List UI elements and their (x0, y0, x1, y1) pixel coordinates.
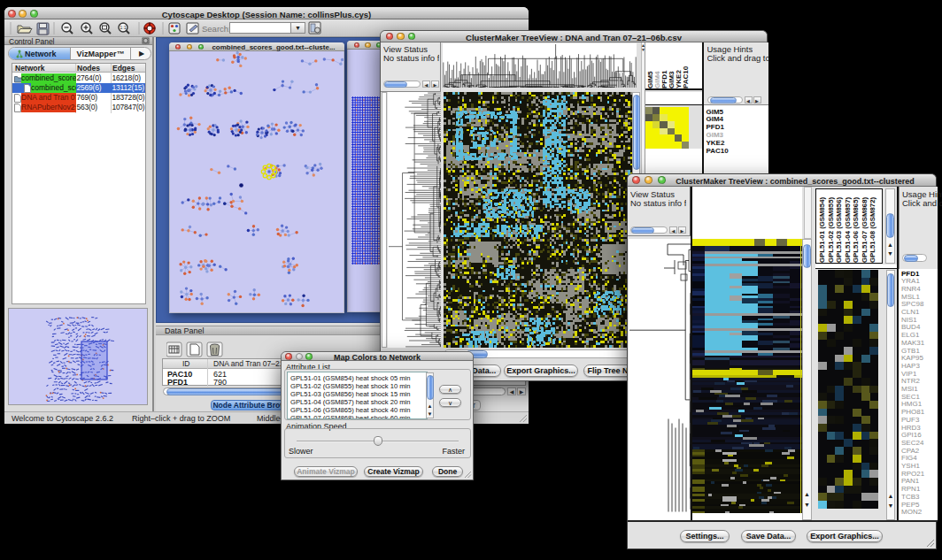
svg-text:PAC10: PAC10 (682, 65, 690, 88)
svg-text:GPL51-06 (GSM865): GPL51-06 (GSM865) (852, 196, 860, 263)
svg-text:GPL51-08 (GSM872): GPL51-08 (GSM872) (869, 196, 876, 263)
svg-text:GPL51-04 (GSM857): GPL51-04 (GSM857) (844, 196, 852, 263)
svg-text:GPL51-01 (GSM854): GPL51-01 (GSM854) (818, 196, 826, 263)
svg-text:GPL51-02 (GSM855): GPL51-02 (GSM855) (827, 196, 835, 263)
svg-text:GPL51-07 (GSM868): GPL51-07 (GSM868) (861, 196, 869, 263)
svg-text:1:1: 1:1 (120, 25, 127, 30)
svg-text:GPL51-03 (GSM856): GPL51-03 (GSM856) (835, 196, 843, 263)
